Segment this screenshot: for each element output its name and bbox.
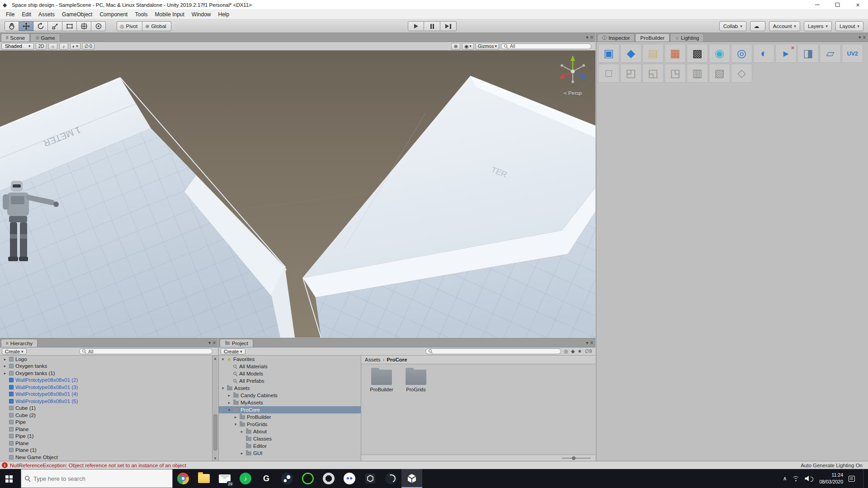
tree-item-assets[interactable]: ▾Assets	[219, 385, 361, 392]
step-button[interactable]	[440, 21, 457, 31]
razer-icon[interactable]	[297, 469, 318, 488]
hierarchy-item[interactable]: Cube (1)	[0, 405, 212, 412]
expand-arrow-icon[interactable]: ▸	[3, 364, 7, 368]
tab-lighting[interactable]: ☼Lighting	[670, 33, 704, 42]
flip-normals-icon[interactable]: ▥	[687, 64, 708, 83]
hierarchy-item[interactable]: Pipe	[0, 419, 212, 426]
panel-dropdown-icon[interactable]: ▾	[208, 340, 211, 345]
menu-window[interactable]: Window	[188, 10, 215, 19]
tree-item-all-prefabs[interactable]: All Prefabs	[219, 377, 361, 385]
export-mesh-icon[interactable]: □	[598, 64, 619, 83]
scrollbar-thumb[interactable]	[213, 414, 217, 450]
lightmap-uvs-icon[interactable]: ◰	[620, 64, 642, 83]
volume-icon[interactable]	[805, 476, 814, 482]
scene-visibility-toggle[interactable]: ∅0	[82, 43, 94, 50]
uv-editor-icon[interactable]: ◎	[731, 44, 752, 63]
panel-menu-icon[interactable]: ≡	[590, 35, 593, 40]
tab-scene[interactable]: #Scene	[1, 33, 30, 42]
global-toggle-button[interactable]: ⊕Global	[142, 21, 171, 31]
console-error-message[interactable]: NullReferenceException: Object reference…	[10, 463, 186, 468]
gog-galaxy-icon[interactable]: G	[256, 469, 277, 488]
smoothing-groups-icon[interactable]: ◉	[709, 44, 730, 63]
panel-menu-icon[interactable]: ≡	[863, 35, 866, 40]
cloud-services-button[interactable]: ☁	[750, 21, 765, 31]
hierarchy-item-prefab[interactable]: WallPrototype08x08x01 (4)	[0, 391, 212, 398]
tree-item-probuilder[interactable]: ▸ProBuilder	[219, 413, 361, 421]
expand-arrow-icon[interactable]: ▸	[240, 451, 244, 455]
panel-menu-icon[interactable]: ≡	[590, 340, 593, 345]
expand-arrow-icon[interactable]: ▸	[227, 400, 231, 405]
hierarchy-item-prefab[interactable]: WallPrototype08x08x01 (5)	[0, 398, 212, 405]
hierarchy-item-prefab[interactable]: WallPrototype08x08x01 (2)	[0, 377, 212, 384]
material-editor-icon[interactable]: ▦	[665, 44, 686, 63]
menu-tools[interactable]: Tools	[131, 10, 151, 19]
rotate-tool-button[interactable]	[33, 21, 48, 31]
expand-arrow-icon[interactable]: ▸	[3, 371, 7, 375]
menu-help[interactable]: Help	[215, 10, 233, 19]
hierarchy-item[interactable]: New Game Object	[0, 454, 212, 461]
menu-file[interactable]: File	[2, 10, 18, 19]
vertex-positions-icon[interactable]: ◐	[753, 44, 774, 63]
unity-hub-icon[interactable]	[360, 469, 381, 488]
menu-assets[interactable]: Assets	[35, 10, 58, 19]
collab-button[interactable]: Collab	[719, 21, 746, 31]
unity-editor-icon[interactable]	[401, 469, 422, 488]
expand-arrow-icon[interactable]: ▾	[221, 386, 225, 390]
vertex-colors-icon[interactable]: ▩	[687, 44, 708, 63]
taskbar-search[interactable]	[21, 469, 173, 488]
origin-icon[interactable]	[318, 469, 339, 488]
scene-camera-dropdown[interactable]: ◉	[462, 43, 474, 50]
tree-item-favorites[interactable]: ▾★Favorites	[219, 356, 361, 363]
panel-dropdown-icon[interactable]: ▾	[586, 340, 588, 345]
new-poly-shape-tool-icon[interactable]: ◆	[620, 44, 642, 63]
taskbar-clock[interactable]: 11:24 08/03/2020	[819, 472, 843, 485]
tree-item-classes[interactable]: Classes	[219, 435, 361, 442]
mail-icon[interactable]: 29	[214, 469, 235, 488]
tree-item-myassets[interactable]: ▸MyAssets	[219, 399, 361, 406]
hierarchy-item[interactable]: Cube (2)	[0, 412, 212, 419]
start-button[interactable]	[0, 469, 21, 488]
search-by-label-icon[interactable]: ◆	[571, 348, 575, 354]
tab-hierarchy[interactable]: ≡Hierarchy	[1, 339, 38, 347]
scene-lighting-toggle[interactable]: ☼	[48, 43, 57, 50]
minimize-button[interactable]	[807, 0, 827, 9]
close-button[interactable]: ×	[848, 0, 868, 9]
panel-menu-icon[interactable]: ≡	[213, 340, 216, 345]
hierarchy-item[interactable]: Pipe (1)	[0, 433, 212, 440]
hierarchy-item[interactable]: Plane	[0, 426, 212, 433]
search-by-type-icon[interactable]: ◎	[564, 348, 568, 354]
scene-effects-dropdown[interactable]: ◐	[70, 43, 80, 50]
folder-item-probuilder[interactable]: ProBuilder	[368, 370, 396, 449]
scene-tools-button[interactable]: ⊗	[451, 43, 460, 50]
scale-tool-button[interactable]	[48, 21, 62, 31]
expand-arrow-icon[interactable]: ▸	[227, 393, 231, 398]
tree-item-all-models[interactable]: All Models	[219, 370, 361, 377]
hierarchy-item[interactable]: ▸Oxygen tanks	[0, 363, 212, 370]
panel-dropdown-icon[interactable]: ▾	[859, 35, 861, 40]
perspective-toggle[interactable]: < Persp	[552, 90, 593, 96]
project-create-button[interactable]: Create	[221, 348, 245, 355]
hierarchy-item-prefab[interactable]: WallPrototype08x08x01 (3)	[0, 384, 212, 391]
tree-item-gui[interactable]: ▸GUI	[219, 450, 361, 457]
tab-probuilder[interactable]: ProBuilder	[635, 33, 670, 42]
scene-orientation-gizmo[interactable]	[552, 52, 593, 91]
spotify-icon[interactable]: ♪	[235, 469, 256, 488]
breadcrumb-root[interactable]: Assets	[365, 357, 381, 362]
move-tool-button[interactable]	[19, 21, 33, 31]
panel-dropdown-icon[interactable]: ▾	[586, 35, 588, 40]
rect-select-mode-icon[interactable]: ▱	[820, 44, 841, 63]
scene-search-field[interactable]: All	[501, 43, 591, 49]
tree-item-procore[interactable]: ▾ProCore	[219, 406, 361, 413]
steam-icon[interactable]	[277, 469, 297, 488]
tree-item-candy-cabinets[interactable]: ▸Candy Cabinets	[219, 392, 361, 399]
expand-arrow-icon[interactable]: ▾	[221, 357, 225, 361]
tree-item-editor[interactable]: Editor	[219, 442, 361, 450]
tree-item-about[interactable]: ▸About	[219, 428, 361, 435]
hierarchy-search-field[interactable]: All	[79, 348, 212, 354]
wifi-icon[interactable]	[792, 476, 799, 481]
uv2-generate-icon[interactable]: UV2	[842, 44, 863, 63]
taskbar-search-input[interactable]	[33, 475, 151, 482]
asset-zoom-slider[interactable]	[562, 456, 591, 460]
auto-generate-lighting-status[interactable]: Auto Generate Lighting On	[801, 463, 866, 468]
tree-item-progrids[interactable]: ▾ProGrids	[219, 421, 361, 428]
